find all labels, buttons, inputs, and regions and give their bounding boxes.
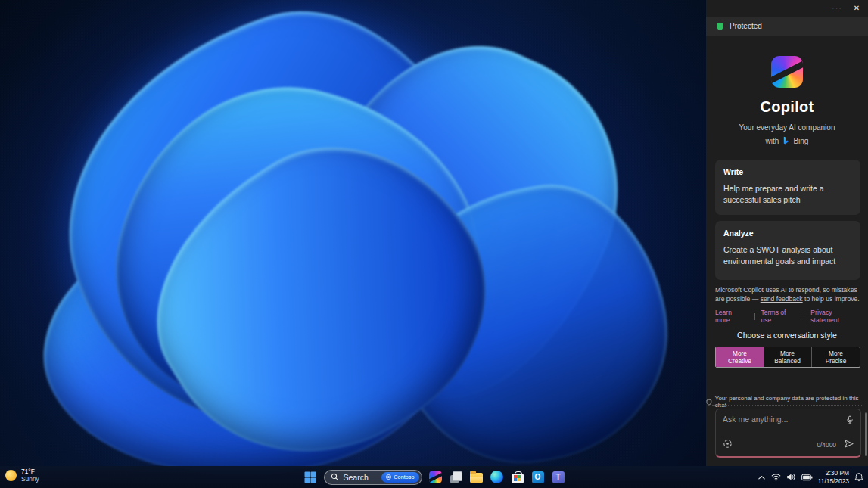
close-button[interactable]: ✕ <box>850 2 863 14</box>
conversation-style-tabs: More Creative More Balanced More Precise <box>715 347 860 368</box>
search-label: Search <box>344 473 378 482</box>
with-bing-row: with Bing <box>706 136 868 145</box>
copilot-logo <box>771 56 803 88</box>
send-feedback-link[interactable]: send feedback <box>761 295 803 303</box>
taskbar-app-edge[interactable] <box>490 471 504 484</box>
ai-disclaimer: Microsoft Copilot uses AI to respond, so… <box>715 286 862 303</box>
send-icon <box>844 439 854 449</box>
bing-icon <box>782 136 790 145</box>
microphone-button[interactable] <box>845 415 854 428</box>
tab-label-line: More <box>780 350 795 357</box>
taskbar-search-box[interactable]: Search Contoso <box>324 470 422 485</box>
data-protection-text: Your personal and company data are prote… <box>715 395 868 409</box>
tab-label-line: Creative <box>728 357 751 365</box>
policy-links-row: Learn more Terms of use Privacy statemen… <box>715 309 862 324</box>
visual-search-icon <box>723 439 733 449</box>
with-label: with <box>766 137 779 145</box>
shield-outline-icon <box>706 399 712 406</box>
task-view-button[interactable] <box>450 471 463 484</box>
tray-time: 2:30 PM <box>826 469 849 477</box>
windows-logo-icon <box>304 471 316 483</box>
panel-scrollbar[interactable] <box>865 412 867 456</box>
sunny-weather-icon <box>5 470 17 481</box>
input-bottom-row: 0/4000 <box>723 438 854 452</box>
file-explorer-icon <box>470 473 483 483</box>
microphone-icon <box>845 415 854 425</box>
protected-status-bar: Protected <box>706 17 868 36</box>
taskbar-app-microsoft-store[interactable] <box>511 471 524 484</box>
tab-label-line: Precise <box>826 357 847 365</box>
tab-more-creative[interactable]: More Creative <box>716 347 764 367</box>
tab-more-balanced[interactable]: More Balanced <box>764 347 812 367</box>
chevron-up-icon <box>758 474 766 480</box>
bell-icon <box>854 472 863 482</box>
show-hidden-icons-button[interactable] <box>758 474 766 480</box>
copilot-panel-topbar: ··· ✕ <box>706 0 868 17</box>
taskbar-center: Search Contoso <box>303 466 565 488</box>
visual-search-button[interactable] <box>723 438 733 452</box>
protected-label: Protected <box>730 22 762 30</box>
privacy-statement-link[interactable]: Privacy statement <box>810 309 862 324</box>
taskbar-app-file-explorer[interactable] <box>470 471 484 484</box>
bing-label: Bing <box>793 137 808 145</box>
copilot-icon <box>429 471 442 483</box>
battery-icon <box>801 474 813 481</box>
volume-button[interactable] <box>786 473 796 481</box>
taskbar-app-teams[interactable] <box>552 471 565 484</box>
copilot-title: Copilot <box>706 98 868 116</box>
search-icon <box>331 473 339 481</box>
taskbar-app-outlook[interactable] <box>531 471 545 484</box>
tab-label-line: More <box>733 350 747 357</box>
tab-label-line: Balanced <box>774 357 801 365</box>
data-protection-note: Your personal and company data are prote… <box>706 395 868 409</box>
more-options-button[interactable]: ··· <box>830 2 844 14</box>
edge-browser-icon <box>490 471 503 483</box>
tab-label-line: More <box>829 350 843 357</box>
card-title: Analyze <box>723 228 852 238</box>
suggestion-card-write[interactable]: Write Help me prepare and write a succes… <box>715 160 860 215</box>
teams-icon <box>552 471 565 483</box>
tab-more-precise[interactable]: More Precise <box>812 347 860 367</box>
wifi-icon <box>771 473 781 481</box>
input-divider <box>712 405 863 406</box>
chat-input-box: 0/4000 <box>715 409 861 458</box>
contoso-logo-icon <box>386 474 391 480</box>
wifi-status-button[interactable] <box>771 473 781 481</box>
clock-widget[interactable]: 2:30 PM 11/15/2023 <box>818 469 849 484</box>
start-button[interactable] <box>303 471 317 484</box>
disclaimer-text: to help us improve. <box>803 295 860 303</box>
task-view-icon <box>450 471 462 483</box>
copilot-subtitle: Your everyday AI companion <box>706 123 868 132</box>
terms-of-use-link[interactable]: Terms of use <box>761 309 798 324</box>
outlook-icon <box>532 471 544 483</box>
divider <box>754 313 755 320</box>
tray-date: 11/15/2023 <box>818 477 849 485</box>
character-counter: 0/4000 <box>817 441 844 449</box>
learn-more-link[interactable]: Learn more <box>715 309 748 324</box>
suggestion-card-analyze[interactable]: Analyze Create a SWOT analysis about env… <box>715 221 860 280</box>
weather-widget[interactable]: 71°F Sunny <box>5 468 39 483</box>
battery-button[interactable] <box>801 474 813 481</box>
microsoft-store-icon <box>512 474 524 483</box>
notifications-button[interactable] <box>854 472 863 482</box>
contoso-badge-label: Contoso <box>394 474 414 480</box>
card-title: Write <box>723 167 852 176</box>
contoso-search-badge[interactable]: Contoso <box>381 472 418 483</box>
taskbar: 71°F Sunny Search <box>0 466 868 488</box>
screen: ··· ✕ Protected Copilot Your everyday AI… <box>0 0 868 488</box>
card-description: Help me prepare and write a successful s… <box>723 183 852 206</box>
weather-condition: Sunny <box>21 476 39 483</box>
divider <box>804 313 804 320</box>
ask-input[interactable] <box>723 415 839 424</box>
protected-shield-icon <box>716 22 724 31</box>
card-description: Create a SWOT analysis about environment… <box>723 244 852 267</box>
taskbar-app-copilot[interactable] <box>429 471 443 484</box>
conversation-style-title: Choose a conversation style <box>706 331 868 340</box>
copilot-panel: ··· ✕ Protected Copilot Your everyday AI… <box>706 0 868 466</box>
speaker-icon <box>786 473 796 481</box>
system-tray: 2:30 PM 11/15/2023 <box>758 466 863 488</box>
send-button[interactable] <box>844 438 854 452</box>
